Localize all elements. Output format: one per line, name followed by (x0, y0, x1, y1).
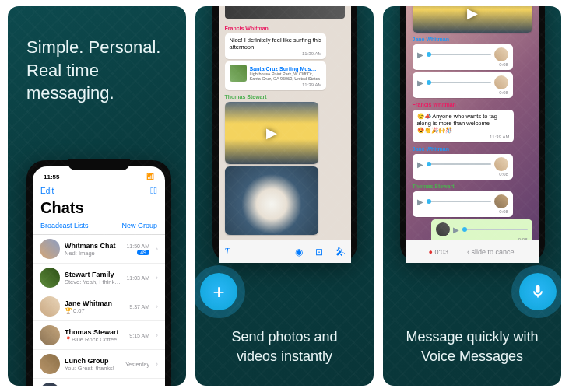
voice-message[interactable]: ▶0:08 (413, 72, 513, 98)
chat-row[interactable]: Whitmans ChatNed: Image11:50 AM49› (33, 235, 165, 264)
play-icon: ▶ (453, 226, 459, 234)
mic-button[interactable] (519, 273, 557, 310)
caption: Message quickly with Voice Messages (383, 315, 561, 386)
chat-row[interactable]: Thomas Stewart📍Blue Rock Coffee9:15 AM› (33, 321, 165, 350)
link-preview-bubble[interactable]: Santa Cruz Surfing Mus…Lighthouse Point … (225, 61, 327, 90)
voice-message[interactable]: ▶0:08 (413, 154, 513, 180)
mic-icon (530, 284, 546, 299)
headline: Simple. Personal. Real time messaging. (8, 6, 186, 105)
text-icon: T (225, 246, 230, 257)
phone-mockup: 11:55📶 Edit ✎⃞ Chats Broadcast Lists New… (26, 160, 171, 386)
chat-row[interactable]: Lunch GroupYou: Great, thanks!Yesterday› (33, 350, 165, 379)
sender-label: Jane Whitman (413, 37, 532, 42)
recording-bar[interactable]: ● 0:03 ‹ slide to cancel (406, 240, 539, 263)
chat-row[interactable]: Stewart FamilySteve: Yeah, I think I kno… (33, 264, 165, 292)
edit-link[interactable]: Edit (40, 187, 54, 195)
camera-icon[interactable]: ◉ (295, 247, 303, 257)
sender-label: Francis Whitman (413, 102, 532, 107)
play-icon: ▶ (417, 198, 423, 206)
add-button[interactable]: + (200, 273, 237, 310)
sender-label: Jane Whitman (413, 146, 532, 152)
sender-label: Thomas Stewart (225, 94, 345, 100)
sender-label: Thomas Stewart (413, 184, 532, 189)
play-icon: ▶ (417, 51, 423, 59)
signal-icons: 📶 (146, 173, 154, 180)
play-icon: ▶ (413, 6, 532, 33)
broadcast-link[interactable]: Broadcast Lists (40, 222, 89, 229)
voice-message[interactable]: ▶0:08 (413, 44, 513, 70)
message-input-bar[interactable]: T ◉ ⊡ 🎤︎ (219, 240, 351, 263)
iphone-notch (68, 159, 130, 170)
compose-icon[interactable]: ✎⃞ (150, 185, 157, 196)
page-title: Chats (33, 199, 165, 220)
promo-panel-voice: ▶ Jane Whitman ▶0:08 ▶0:08 Francis Whitm… (383, 6, 561, 386)
record-icon: ● (428, 248, 432, 256)
video-thumbnail[interactable]: ▶ (413, 6, 532, 33)
play-icon: ▶ (417, 160, 423, 169)
chat-row[interactable]: Jon Pearson😂👍Yesterday› (33, 379, 165, 386)
chat-header-avatar (225, 6, 345, 19)
play-icon: ▶ (225, 102, 318, 164)
message-bubble[interactable]: Nice! I definitely feel like surfing thi… (225, 33, 327, 59)
newgroup-link[interactable]: New Group (121, 222, 157, 229)
photo-thumbnail[interactable] (225, 166, 318, 235)
caption: Send photos and videos instantly (195, 315, 374, 386)
chat-row[interactable]: Jane Whitman🏆 0:079:37 AM› (33, 292, 165, 321)
video-thumbnail[interactable]: ▶ (225, 102, 318, 164)
photo-icon[interactable]: ⊡ (315, 247, 323, 257)
message-bubble[interactable]: 😊📣 Anyone who wants to tag along is more… (413, 110, 515, 142)
promo-panel-media: Francis Whitman Nice! I definitely feel … (195, 6, 374, 386)
voice-message[interactable]: ▶0:08 (413, 191, 513, 217)
phone-mockup: ▶ Jane Whitman ▶0:08 ▶0:08 Francis Whitm… (400, 6, 545, 263)
phone-mockup: Francis Whitman Nice! I definitely feel … (212, 6, 357, 263)
chevron-right-icon: › (156, 245, 158, 253)
sender-label: Francis Whitman (225, 26, 345, 31)
promo-panel-chats: Simple. Personal. Real time messaging. 1… (8, 6, 186, 386)
mic-icon[interactable]: 🎤︎ (335, 247, 345, 257)
play-icon: ▶ (417, 79, 423, 87)
